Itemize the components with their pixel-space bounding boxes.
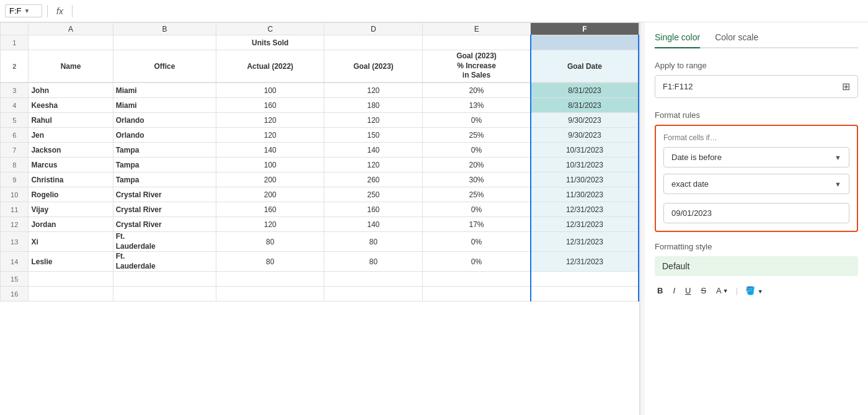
- cell-d2[interactable]: Goal (2023): [324, 50, 423, 83]
- cell[interactable]: 80: [324, 232, 423, 252]
- bold-button[interactable]: B: [655, 285, 665, 297]
- col-header-a[interactable]: A: [29, 23, 113, 35]
- cell[interactable]: Miami: [113, 98, 216, 113]
- cell[interactable]: 13%: [423, 98, 531, 113]
- cell-f[interactable]: 11/30/2023: [531, 172, 639, 187]
- cell[interactable]: Crystal River: [113, 202, 216, 217]
- cell[interactable]: Ft.Lauderdale: [113, 232, 216, 252]
- cell-b1[interactable]: [113, 35, 216, 50]
- cell[interactable]: Jackson: [29, 143, 113, 158]
- cell[interactable]: [324, 272, 423, 287]
- col-header-e[interactable]: E: [423, 23, 531, 35]
- col-header-c[interactable]: C: [216, 23, 324, 35]
- cell[interactable]: 0%: [423, 202, 531, 217]
- cell-b2[interactable]: Office: [113, 50, 216, 83]
- range-box[interactable]: F1:F112 ⊞: [655, 75, 858, 98]
- cell[interactable]: 0%: [423, 232, 531, 252]
- strikethrough-button[interactable]: S: [698, 285, 709, 297]
- cell[interactable]: 140: [216, 143, 324, 158]
- cell[interactable]: 20%: [423, 158, 531, 172]
- cell-f[interactable]: 9/30/2023: [531, 128, 639, 143]
- cell[interactable]: 120: [324, 158, 423, 172]
- cell[interactable]: 260: [324, 172, 423, 187]
- cell[interactable]: [113, 272, 216, 287]
- cell-a2[interactable]: Name: [29, 50, 113, 83]
- cell[interactable]: 25%: [423, 187, 531, 202]
- cell[interactable]: [216, 287, 324, 301]
- cell-f[interactable]: 12/31/2023: [531, 202, 639, 217]
- col-header-d[interactable]: D: [324, 23, 423, 35]
- cell[interactable]: 30%: [423, 172, 531, 187]
- col-header-f[interactable]: F: [531, 23, 639, 35]
- date-type-dropdown[interactable]: exact date ▼: [663, 174, 849, 194]
- condition-dropdown[interactable]: Date is before ▼: [663, 147, 849, 167]
- cell[interactable]: Crystal River: [113, 187, 216, 202]
- cell[interactable]: [29, 272, 113, 287]
- cell-f2[interactable]: Goal Date: [531, 50, 639, 83]
- cell-f[interactable]: 9/30/2023: [531, 113, 639, 128]
- date-input[interactable]: [663, 203, 849, 223]
- font-color-button[interactable]: A ▼: [714, 285, 731, 297]
- fill-color-button[interactable]: 🪣 ▼: [743, 285, 766, 297]
- cell[interactable]: 80: [324, 252, 423, 272]
- cell-d1[interactable]: [324, 35, 423, 50]
- cell-f[interactable]: 12/31/2023: [531, 217, 639, 232]
- cell[interactable]: Jen: [29, 128, 113, 143]
- cell[interactable]: 160: [324, 202, 423, 217]
- tab-single-color[interactable]: Single color: [655, 32, 700, 48]
- underline-button[interactable]: U: [683, 285, 693, 297]
- cell-e2[interactable]: Goal (2023)% Increasein Sales: [423, 50, 531, 83]
- cell[interactable]: John: [29, 83, 113, 98]
- cell-f[interactable]: 8/31/2023: [531, 98, 639, 113]
- cell-e1[interactable]: [423, 35, 531, 50]
- cell[interactable]: 0%: [423, 252, 531, 272]
- cell[interactable]: Christina: [29, 172, 113, 187]
- cell[interactable]: 120: [324, 83, 423, 98]
- cell[interactable]: 100: [216, 83, 324, 98]
- cell[interactable]: 20%: [423, 83, 531, 98]
- cell[interactable]: [324, 287, 423, 301]
- cell[interactable]: [113, 287, 216, 301]
- cell-f[interactable]: 8/31/2023: [531, 83, 639, 98]
- scrollbar[interactable]: [640, 22, 645, 415]
- cell[interactable]: Rogelio: [29, 187, 113, 202]
- cell[interactable]: 80: [216, 252, 324, 272]
- cell[interactable]: 120: [216, 113, 324, 128]
- cell[interactable]: 200: [216, 187, 324, 202]
- cell[interactable]: Leslie: [29, 252, 113, 272]
- cell[interactable]: 17%: [423, 217, 531, 232]
- cell[interactable]: 120: [216, 128, 324, 143]
- cell-f[interactable]: [531, 287, 639, 301]
- cell[interactable]: Ft.Lauderdale: [113, 252, 216, 272]
- cell[interactable]: 180: [324, 98, 423, 113]
- cell[interactable]: Xi: [29, 232, 113, 252]
- col-header-b[interactable]: B: [113, 23, 216, 35]
- cell[interactable]: 250: [324, 187, 423, 202]
- cell-f[interactable]: 11/30/2023: [531, 187, 639, 202]
- cell[interactable]: [29, 287, 113, 301]
- cell[interactable]: Tampa: [113, 172, 216, 187]
- cell[interactable]: 140: [324, 217, 423, 232]
- tab-color-scale[interactable]: Color scale: [715, 32, 758, 48]
- cell[interactable]: 0%: [423, 143, 531, 158]
- cell[interactable]: 200: [216, 172, 324, 187]
- cell[interactable]: 25%: [423, 128, 531, 143]
- cell-f[interactable]: 10/31/2023: [531, 143, 639, 158]
- cell-f[interactable]: 12/31/2023: [531, 232, 639, 252]
- cell[interactable]: 160: [216, 202, 324, 217]
- cell[interactable]: Keesha: [29, 98, 113, 113]
- cell-a1[interactable]: [29, 35, 113, 50]
- cell[interactable]: 120: [216, 217, 324, 232]
- cell[interactable]: Rahul: [29, 113, 113, 128]
- cell[interactable]: 140: [324, 143, 423, 158]
- cell-reference-box[interactable]: F:F ▼: [5, 4, 42, 17]
- cell-f[interactable]: 12/31/2023: [531, 252, 639, 272]
- italic-button[interactable]: I: [670, 285, 678, 297]
- cell[interactable]: Orlando: [113, 128, 216, 143]
- cell[interactable]: [216, 272, 324, 287]
- cell[interactable]: 80: [216, 232, 324, 252]
- cell[interactable]: 100: [216, 158, 324, 172]
- cell[interactable]: 160: [216, 98, 324, 113]
- cell[interactable]: 150: [324, 128, 423, 143]
- cell-c2[interactable]: Actual (2022): [216, 50, 324, 83]
